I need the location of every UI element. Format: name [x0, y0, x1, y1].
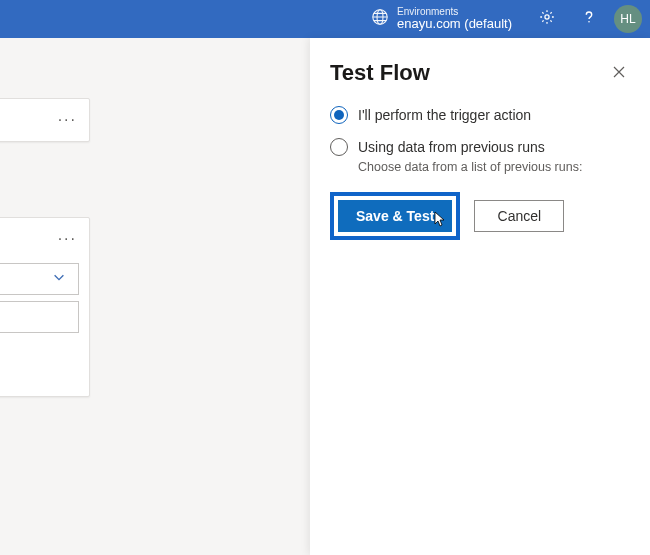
button-row: Save & Test Cancel — [330, 192, 630, 240]
cancel-button[interactable]: Cancel — [474, 200, 564, 232]
app-header: Environments enayu.com (default) HL — [0, 0, 650, 38]
radio-option-trigger[interactable]: I'll perform the trigger action — [330, 106, 630, 124]
main-area: ··· ··· Test Flow I'll perform the trigg… — [0, 38, 650, 555]
environment-picker[interactable]: Environments enayu.com (default) — [371, 7, 512, 31]
help-button[interactable] — [572, 2, 606, 36]
radio-unselected-icon — [330, 138, 348, 156]
close-icon — [612, 65, 626, 82]
chevron-down-icon — [52, 270, 66, 288]
input-row[interactable] — [0, 301, 79, 333]
radio-label: Using data from previous runs — [358, 139, 545, 155]
radio-option-previous[interactable]: Using data from previous runs — [330, 138, 630, 156]
more-icon[interactable]: ··· — [58, 111, 77, 129]
env-label: Environments — [397, 7, 512, 18]
panel-title: Test Flow — [330, 60, 430, 86]
help-icon — [580, 8, 598, 30]
close-button[interactable] — [608, 61, 630, 86]
flow-step-card[interactable]: ··· — [0, 217, 90, 397]
settings-button[interactable] — [530, 2, 564, 36]
test-flow-panel: Test Flow I'll perform the trigger actio… — [310, 38, 650, 555]
more-icon[interactable]: ··· — [58, 230, 77, 248]
globe-icon — [371, 8, 389, 30]
avatar-initials: HL — [620, 12, 635, 26]
save-test-button[interactable]: Save & Test — [338, 200, 452, 232]
gear-icon — [538, 8, 556, 30]
option-description: Choose data from a list of previous runs… — [358, 160, 630, 174]
svg-point-2 — [545, 15, 549, 19]
env-name: enayu.com (default) — [397, 17, 512, 31]
radio-selected-icon — [330, 106, 348, 124]
radio-label: I'll perform the trigger action — [358, 107, 531, 123]
flow-canvas-partial: ··· ··· — [0, 98, 90, 472]
flow-step-card[interactable]: ··· — [0, 98, 90, 142]
expand-row[interactable] — [0, 263, 79, 295]
svg-point-3 — [588, 21, 590, 23]
highlighted-button-wrap: Save & Test — [330, 192, 460, 240]
user-avatar[interactable]: HL — [614, 5, 642, 33]
